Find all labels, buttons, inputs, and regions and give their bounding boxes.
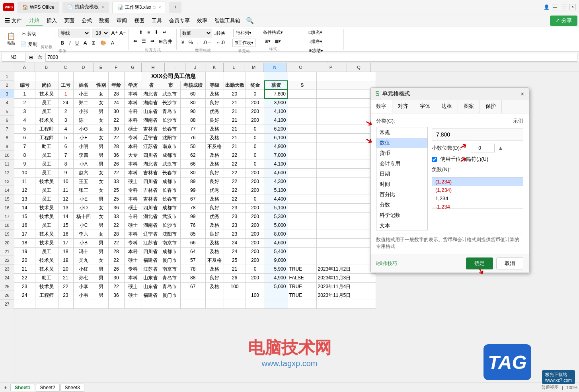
convert-btn[interactable]: □转换	[213, 29, 226, 37]
row-num-19[interactable]: 19	[0, 230, 14, 238]
cell-a1[interactable]	[14, 72, 35, 81]
col-header-c[interactable]: C	[58, 63, 73, 72]
col-header-o[interactable]: O	[287, 63, 315, 72]
cell-1-e[interactable]: 女	[94, 90, 108, 98]
header-province[interactable]: 省	[142, 81, 161, 90]
row-num-16[interactable]: 16	[0, 203, 14, 212]
cell-1-p[interactable]	[316, 90, 352, 98]
cancel-button[interactable]: 取消	[496, 257, 523, 269]
bold-btn[interactable]: B	[58, 39, 66, 47]
cell-title[interactable]: XXX公司员工信息	[142, 72, 205, 81]
menu-insert[interactable]: 插入	[43, 16, 60, 26]
cell-m1[interactable]	[246, 72, 265, 81]
header-gender[interactable]: 性别	[94, 81, 108, 90]
header-name[interactable]: 姓名	[73, 81, 94, 90]
cell-style-btn[interactable]: ▦▾	[273, 38, 283, 45]
copy-btn[interactable]: 📄 复制	[19, 40, 39, 49]
cell-reference[interactable]	[2, 53, 25, 62]
cell-n1[interactable]	[265, 72, 288, 81]
cat-text[interactable]: 文本	[376, 220, 427, 230]
row-num-26[interactable]: 26	[0, 291, 14, 300]
cell-1-h[interactable]: 湖北省	[142, 90, 161, 98]
dialog-tab-pattern[interactable]: 图案	[458, 100, 480, 113]
decrease-decimal-btn[interactable]: ←.0	[214, 39, 226, 46]
font-increase-btn[interactable]: A⁺	[111, 30, 117, 36]
align-bottom-btn[interactable]: ⬇	[153, 29, 160, 36]
add-sheet-btn[interactable]: +	[2, 384, 10, 391]
row-num-2[interactable]: 2	[0, 81, 14, 90]
cell-q1[interactable]	[352, 72, 376, 81]
expand-icon[interactable]: ⊕	[27, 54, 35, 60]
row-num-20[interactable]: 20	[0, 238, 14, 247]
strikethrough-btn[interactable]: A̶	[82, 39, 88, 47]
extra-o-23[interactable]: TRUE	[288, 282, 316, 291]
cell-1-m[interactable]: 0	[246, 90, 265, 98]
align-left-btn[interactable]: ⬅	[132, 37, 139, 46]
italic-btn[interactable]: I	[68, 39, 72, 47]
cat-scientific[interactable]: 科学记数	[376, 210, 427, 220]
fill-btn[interactable]: □填充▾	[307, 29, 324, 36]
row-num-23[interactable]: 23	[0, 265, 14, 273]
extra-p-23[interactable]: 2023年11月4日	[316, 282, 352, 291]
col-header-a[interactable]: A	[14, 63, 35, 72]
menu-view[interactable]: 视图	[131, 16, 148, 26]
font-size-select[interactable]: 18	[92, 29, 109, 37]
border-btn[interactable]: ⊞	[90, 39, 97, 47]
maximize-btn[interactable]: □	[561, 4, 567, 10]
header-empno[interactable]: 工号	[58, 81, 73, 90]
row-num-12[interactable]: 12	[0, 168, 14, 177]
menu-tools[interactable]: 工具	[148, 16, 165, 26]
col-header-k[interactable]: K	[205, 63, 224, 72]
cat-percent[interactable]: 百分比	[376, 189, 427, 200]
menu-formula[interactable]: 公式	[78, 16, 95, 26]
row-num-3[interactable]: 3	[0, 90, 14, 98]
tab-add[interactable]: +	[169, 2, 181, 13]
header-extra1[interactable]	[316, 81, 352, 90]
col-header-f[interactable]: F	[108, 63, 124, 72]
table-format-btn[interactable]: ⊞▾	[263, 38, 272, 45]
wrap-btn[interactable]: ↵	[161, 29, 168, 36]
header-city[interactable]: 市	[161, 81, 181, 90]
paste-btn[interactable]: ✂ 剪切	[19, 29, 39, 39]
formula-input[interactable]	[45, 53, 577, 62]
dialog-tab-font[interactable]: 字体	[414, 100, 436, 113]
currency-btn[interactable]: ¥	[180, 39, 186, 46]
extra-o-22[interactable]: FALSE	[288, 273, 316, 282]
decimal-up-icon[interactable]: ▲	[498, 145, 503, 151]
row-num-1[interactable]: 1	[0, 72, 14, 81]
row-num-7[interactable]: 7	[0, 125, 14, 133]
header-edu[interactable]: 学历	[124, 81, 142, 90]
dialog-tab-align[interactable]: 对齐	[392, 100, 414, 113]
neg-item-2[interactable]: (1,234)	[432, 186, 523, 194]
row-num-17[interactable]: 17	[0, 212, 14, 221]
close-btn[interactable]: ×	[569, 4, 576, 10]
cell-p1[interactable]	[316, 72, 352, 81]
row-num-11[interactable]: 11	[0, 160, 14, 168]
cell-1-d[interactable]: 小王	[73, 90, 94, 98]
percent-btn[interactable]: %	[187, 39, 195, 46]
negative-list[interactable]: (1,234) (1,234) 1,234 -1,234	[432, 177, 523, 209]
row-num-14[interactable]: 14	[0, 186, 14, 195]
cell-1-o[interactable]	[288, 90, 316, 98]
search-icon[interactable]: 🔍	[246, 17, 254, 24]
cell-b1[interactable]	[35, 72, 58, 81]
menu-efficiency[interactable]: 效率	[194, 16, 211, 26]
sort-btn[interactable]: ↕排序▾	[307, 38, 324, 45]
cell-d1[interactable]	[73, 72, 94, 81]
cat-date[interactable]: 日期	[376, 169, 427, 179]
hint-link[interactable]: ℹ 操作技巧	[376, 257, 397, 269]
col-header-d[interactable]: D	[73, 63, 94, 72]
cell-k1[interactable]	[205, 72, 224, 81]
dialog-tab-border[interactable]: 边框	[436, 100, 458, 113]
conditional-format-btn[interactable]: 条件格式▾	[261, 29, 285, 36]
extra-o-21[interactable]: TRUE	[288, 265, 316, 273]
share-button[interactable]: ↗ 分享	[550, 16, 577, 26]
header-s[interactable]: S	[288, 81, 316, 90]
neg-item-1[interactable]: (1,234)	[432, 177, 523, 186]
tab-wps-office[interactable]: 🏠 WPS Office	[18, 2, 59, 13]
font-color-btn[interactable]: A	[109, 39, 116, 47]
row-num-27[interactable]: 27	[0, 300, 14, 308]
menu-data[interactable]: 数据	[96, 16, 113, 26]
col-header-g[interactable]: G	[124, 63, 142, 72]
cell-o1[interactable]	[288, 72, 316, 81]
